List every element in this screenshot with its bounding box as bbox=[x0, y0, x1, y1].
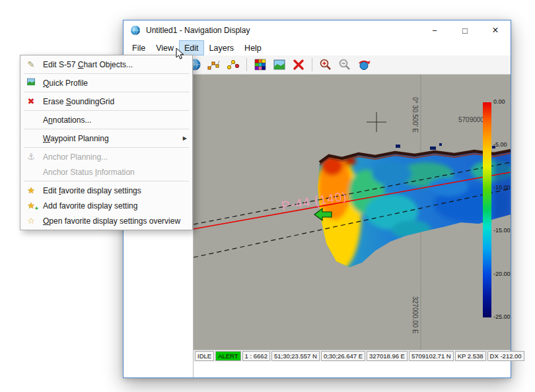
bathymetry-surface bbox=[311, 143, 511, 273]
route-edit-button[interactable] bbox=[206, 57, 222, 73]
route-edit-icon bbox=[207, 58, 221, 71]
status-cell-alert: ALERT bbox=[215, 351, 240, 361]
menu-item-label: Open favorite display settings overview bbox=[39, 216, 188, 226]
colorbar-label: 0.00 bbox=[493, 98, 505, 105]
depth-colorbar bbox=[483, 102, 491, 317]
menu-separator bbox=[24, 129, 189, 129]
quick-profile-icon bbox=[23, 77, 39, 88]
color-grid-button[interactable] bbox=[252, 57, 268, 73]
star-icon: ★ bbox=[23, 185, 39, 195]
menu-layers[interactable]: Layers bbox=[204, 40, 240, 55]
mouse-cursor-icon bbox=[176, 48, 185, 61]
toolbar-separator bbox=[312, 58, 312, 71]
map-column: 0° 30.500' E 5709000 327000.00 E P-44 (1… bbox=[194, 75, 511, 377]
app-globe-icon bbox=[130, 25, 141, 36]
waypoint-edit-button[interactable] bbox=[225, 57, 241, 73]
menu-item-label: Quick Profile bbox=[39, 79, 188, 88]
menu-item-label: Waypoint Planning bbox=[39, 134, 183, 143]
edit-chart-icon: ✎ bbox=[23, 59, 39, 69]
menu-separator bbox=[24, 181, 189, 181]
menu-item-erase-soundinggrid[interactable]: ✖ Erase SoundingGrid bbox=[20, 94, 192, 109]
menu-separator bbox=[24, 147, 189, 148]
menu-item-label: Add favorite display setting bbox=[39, 201, 188, 211]
status-cell-scale: 1 : 6662 bbox=[242, 351, 270, 361]
title-bar[interactable]: Untitled1 - Navigation Display − □ × bbox=[124, 20, 511, 40]
maximize-button[interactable]: □ bbox=[450, 20, 480, 40]
zoom-out-icon bbox=[338, 58, 351, 71]
star-plus-icon: ★+ bbox=[23, 201, 39, 211]
menu-item-edit-favorite-display-settings[interactable]: ★ Edit favorite display settings bbox=[20, 183, 192, 198]
crosshair-icon bbox=[367, 112, 386, 132]
erase-grid-icon: ✖ bbox=[23, 96, 39, 106]
menu-item-edit-s57-chart-objects[interactable]: ✎ Edit S-57 Chart Objects... bbox=[20, 57, 192, 72]
zoom-in-button[interactable] bbox=[318, 57, 334, 73]
screen: Untitled1 - Navigation Display − □ × Fil… bbox=[0, 0, 535, 392]
edit-menu-dropdown: ✎ Edit S-57 Chart Objects... Quick Profi… bbox=[20, 55, 193, 230]
menu-item-anchor-planning[interactable]: ⚓ Anchor Planning... bbox=[20, 149, 192, 164]
colorbar-label: -20.00 bbox=[493, 271, 511, 277]
menu-item-label: Erase SoundingGrid bbox=[39, 97, 188, 106]
close-button[interactable]: × bbox=[480, 20, 511, 40]
menu-item-add-favorite-display-setting[interactable]: ★+ Add favorite display setting bbox=[20, 198, 192, 213]
northing-label: 5709000 bbox=[458, 116, 484, 123]
minimize-button[interactable]: − bbox=[419, 20, 450, 40]
bottom-strip bbox=[194, 362, 511, 377]
colorbar-label: -10.00 bbox=[493, 184, 511, 191]
erase-sounding-grid-button[interactable] bbox=[291, 57, 306, 73]
rotate-3d-view-icon bbox=[357, 58, 371, 71]
colorbar-label: -15.00 bbox=[493, 227, 511, 234]
window-title: Untitled1 - Navigation Display bbox=[146, 26, 419, 35]
menu-item-annotations[interactable]: Annotations... bbox=[20, 112, 192, 127]
menu-item-anchor-status-information[interactable]: Anchor Status Information bbox=[20, 164, 192, 180]
menu-item-label: Annotations... bbox=[39, 115, 188, 125]
status-cell-mode: IDLE bbox=[195, 351, 214, 361]
menu-item-label: Anchor Planning... bbox=[39, 152, 188, 162]
status-cell-longitude: 0;30;26.647 E bbox=[321, 351, 365, 361]
menu-item-label: Edit S-57 Chart Objects... bbox=[39, 60, 188, 69]
quick-profile-icon bbox=[273, 58, 286, 71]
status-cell-kp: KP 2.538 bbox=[455, 351, 486, 361]
zoom-out-button[interactable] bbox=[337, 57, 353, 73]
menu-help[interactable]: Help bbox=[239, 40, 267, 55]
menu-file[interactable]: File bbox=[127, 40, 151, 55]
waypoint-edit-icon bbox=[227, 58, 240, 71]
status-cell-northing: 5709102.71 N bbox=[409, 351, 454, 361]
menu-item-label: Anchor Status Information bbox=[39, 168, 188, 177]
color-grid-icon bbox=[254, 58, 267, 71]
easting-meter-label: 327000.00 E bbox=[411, 296, 419, 334]
menu-item-label: Edit favorite display settings bbox=[39, 186, 188, 195]
menu-item-quick-profile[interactable]: Quick Profile bbox=[20, 75, 192, 90]
toolbar-separator bbox=[246, 58, 247, 71]
status-bar: IDLE ALERT 1 : 6662 51;30;23.557 N 0;30;… bbox=[194, 350, 511, 362]
menu-view[interactable]: View bbox=[151, 40, 179, 55]
zoom-in-icon bbox=[319, 58, 332, 71]
menu-separator bbox=[24, 73, 189, 74]
anchor-icon: ⚓ bbox=[23, 152, 39, 162]
star-outline-icon: ☆ bbox=[23, 216, 39, 226]
easting-degree-label: 0° 30.500' E bbox=[411, 97, 419, 133]
status-cell-latitude: 51;30;23.557 N bbox=[271, 351, 320, 361]
submenu-arrow-icon: ▶ bbox=[183, 135, 188, 141]
menu-separator bbox=[24, 92, 189, 92]
menu-item-open-favorite-display-settings-overview[interactable]: ☆ Open favorite display settings overvie… bbox=[20, 213, 192, 228]
menu-separator bbox=[24, 110, 189, 111]
status-cell-dx: DX -212.00 bbox=[487, 351, 524, 361]
rotate-3d-view-button[interactable] bbox=[356, 57, 372, 73]
quick-profile-button[interactable] bbox=[271, 57, 287, 73]
colorbar-label: -25.00 bbox=[493, 313, 511, 320]
erase-grid-icon bbox=[292, 58, 305, 71]
status-cell-easting: 327018.96 E bbox=[367, 351, 408, 361]
map-view[interactable]: 0° 30.500' E 5709000 327000.00 E P-44 (1… bbox=[194, 75, 511, 350]
colorbar-label: -5.00 bbox=[493, 141, 507, 148]
menu-item-waypoint-planning[interactable]: Waypoint Planning ▶ bbox=[20, 131, 192, 146]
